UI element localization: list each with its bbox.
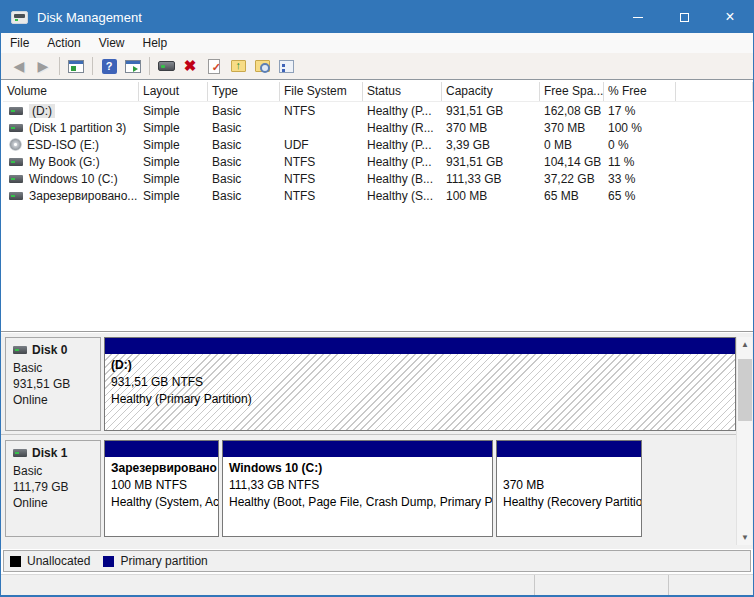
partition-d[interactable]: (D:) 931,51 GB NTFS Healthy (Primary Par… [104,337,736,431]
volume-row-disk1-partition3[interactable]: (Disk 1 partition 3) Simple Basic Health… [3,119,753,136]
toolbar: ◀ ▶ ? ✖ [1,53,753,80]
cell-type: Basic [208,136,280,153]
legend-label: Unallocated [27,554,90,568]
menu-item-file[interactable]: File [1,33,38,53]
partition-size-fs: 370 MB [503,477,641,494]
disk0-strip: (D:) 931,51 GB NTFS Healthy (Primary Par… [104,337,735,431]
legend-primary-partition: Primary partition [103,554,207,568]
partition-body: 370 MB Healthy (Recovery Partition) [497,457,641,536]
header-cell-status[interactable]: Status [363,82,442,101]
view-options-button[interactable] [276,56,296,76]
header-cell-file-system[interactable]: File System [280,82,363,101]
header-cell-volume[interactable]: Volume [3,82,139,101]
cell-free-space: 65 MB [540,187,604,204]
mark-active-button[interactable] [204,56,224,76]
delete-x-icon: ✖ [184,57,197,75]
maximize-icon [680,13,689,22]
cell-layout: Simple [139,153,208,170]
volume-label: (Disk 1 partition 3) [29,121,126,135]
scroll-down-button[interactable]: ▼ [737,530,753,545]
disk-icon [13,346,27,354]
header-cell-free-space[interactable]: Free Spa... [540,82,604,101]
header-cell-type[interactable]: Type [208,82,280,101]
cell-file-system: NTFS [280,187,363,204]
partition-title: (D:) [111,357,735,374]
vertical-scrollbar[interactable]: ▲ ▼ [736,337,752,545]
cell-capacity: 111,33 GB [442,170,540,187]
cell-status: Healthy (S... [363,187,442,204]
legend-unallocated: Unallocated [10,554,90,568]
volume-label: My Book (G:) [29,155,100,169]
forward-arrow-icon: ▶ [38,58,49,74]
partition-windows-c[interactable]: Windows 10 (C:) 111,33 GB NTFS Healthy (… [222,440,493,537]
volume-row-d[interactable]: (D:) Simple Basic NTFS Healthy (P... 931… [3,102,753,119]
cell-type: Basic [208,170,280,187]
volume-label: ESD-ISO (E:) [27,138,99,152]
disk-device-button[interactable] [156,56,176,76]
close-button[interactable]: × [707,1,753,33]
show-action-pane-button[interactable] [123,56,143,76]
open-folder-button[interactable] [228,56,248,76]
volume-row-esd-iso[interactable]: ESD-ISO (E:) Simple Basic UDF Healthy (P… [3,136,753,153]
partition-system-reserved[interactable]: Зарезервировано 100 MB NTFS Healthy (Sys… [104,440,219,537]
window-title: Disk Management [37,10,142,25]
disk-name: Disk 1 [32,446,67,460]
partition-health: Healthy (Primary Partition) [111,391,735,408]
scroll-thumb[interactable] [738,359,752,421]
volume-row-windows10[interactable]: Windows 10 (C:) Simple Basic NTFS Health… [3,170,753,187]
delete-volume-button[interactable]: ✖ [180,56,200,76]
cell-type: Basic [208,153,280,170]
cell-type: Basic [208,102,280,119]
header-cell-layout[interactable]: Layout [139,82,208,101]
cell-pct-free: 11 % [604,153,676,170]
cell-status: Healthy (B... [363,170,442,187]
partition-size-fs: 111,33 GB NTFS [229,477,492,494]
help-button[interactable]: ? [99,56,119,76]
disk0-info-panel[interactable]: Disk 0 Basic 931,51 GB Online [5,337,101,431]
status-section [534,575,668,596]
forward-button[interactable]: ▶ [33,56,53,76]
minimize-icon [633,17,643,18]
cell-pct-free: 100 % [604,119,676,136]
partition-recovery[interactable]: 370 MB Healthy (Recovery Partition) [496,440,642,537]
cell-free-space: 104,14 GB [540,153,604,170]
menu-item-view[interactable]: View [90,33,134,53]
header-cell-blank[interactable] [676,82,753,101]
header-cell-capacity[interactable]: Capacity [442,82,540,101]
drive-icon [9,192,23,200]
show-console-tree-button[interactable] [66,56,86,76]
volume-row-system-reserved[interactable]: Зарезервировано... Simple Basic NTFS Hea… [3,187,753,204]
cell-pct-free: 0 % [604,136,676,153]
disk-name: Disk 0 [32,343,67,357]
scroll-up-button[interactable]: ▲ [737,337,753,352]
status-section [1,575,534,596]
partition-health: Healthy (Recovery Partition) [503,494,641,511]
volume-label: Зарезервировано... [29,189,137,203]
disk-type: Basic [13,463,100,479]
status-section [668,575,753,596]
back-button[interactable]: ◀ [9,56,29,76]
menu-item-help[interactable]: Help [134,33,177,53]
legend-label: Primary partition [120,554,207,568]
cell-free-space: 37,22 GB [540,170,604,187]
cell-pct-free: 65 % [604,187,676,204]
partition-health: Healthy (Boot, Page File, Crash Dump, Pr… [229,494,492,511]
cell-layout: Simple [139,136,208,153]
menu-item-action[interactable]: Action [38,33,89,53]
disk-state: Online [13,392,100,408]
header-cell-pct-free[interactable]: % Free [604,82,676,101]
disk0-row: Disk 0 Basic 931,51 GB Online (D:) 931,5… [1,333,737,435]
console-tree-icon [68,60,84,73]
cell-pct-free: 33 % [604,170,676,187]
disk-type: Basic [13,360,100,376]
explore-button[interactable] [252,56,272,76]
partition-title: Зарезервировано [111,460,218,477]
volume-row-my-book[interactable]: My Book (G:) Simple Basic NTFS Healthy (… [3,153,753,170]
check-document-icon [208,59,220,74]
unallocated-swatch [10,556,21,567]
minimize-button[interactable] [615,1,661,33]
partition-size-fs: 100 MB NTFS [111,477,218,494]
cell-capacity: 3,39 GB [442,136,540,153]
maximize-button[interactable] [661,1,707,33]
disk1-info-panel[interactable]: Disk 1 Basic 111,79 GB Online [5,440,101,537]
